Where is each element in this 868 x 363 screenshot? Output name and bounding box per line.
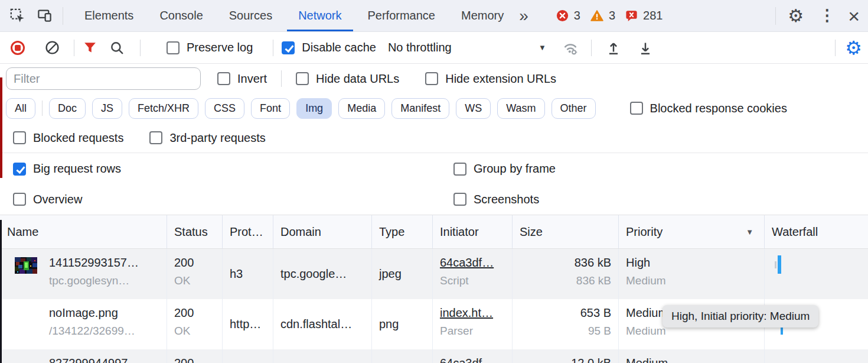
tab-network[interactable]: Network <box>285 0 354 31</box>
issues-icon <box>625 9 638 22</box>
chip-js[interactable]: JS <box>92 98 122 119</box>
column-header-priority[interactable]: Priority ▼ <box>619 215 765 248</box>
chip-manifest[interactable]: Manifest <box>391 98 449 119</box>
initiator-link[interactable]: 64ca3df… <box>440 255 506 270</box>
hide-data-urls-checkbox[interactable] <box>296 72 309 85</box>
transfer-size: 12.0 kB <box>520 356 611 363</box>
tab-label: Sources <box>229 9 272 22</box>
invert-label[interactable]: Invert <box>237 72 267 86</box>
cell-name[interactable]: noImage.png /134122/32699… <box>0 299 167 349</box>
close-icon[interactable]: × <box>848 6 860 26</box>
initiator-kind: Parser <box>440 324 506 338</box>
export-har-button[interactable] <box>638 40 653 56</box>
column-header-waterfall[interactable]: Waterfall <box>765 215 868 248</box>
request-name: 827299944997… <box>49 356 139 363</box>
group-by-frame-label[interactable]: Group by frame <box>474 162 556 176</box>
preserve-log-checkbox[interactable] <box>167 41 180 54</box>
chip-css[interactable]: CSS <box>205 98 244 119</box>
chip-fetch-xhr[interactable]: Fetch/XHR <box>129 98 198 119</box>
settings-gear-icon[interactable]: ⚙ <box>788 7 804 25</box>
column-header-name[interactable]: Name <box>0 215 167 248</box>
clear-network-log-button[interactable] <box>45 40 60 55</box>
hide-extension-urls-label[interactable]: Hide extension URLs <box>445 72 556 86</box>
network-conditions-button[interactable] <box>562 40 579 56</box>
column-label: Initiator <box>440 225 479 239</box>
record-network-log-button[interactable] <box>11 41 25 55</box>
device-toolbar-icon <box>37 8 53 24</box>
tab-sources[interactable]: Sources <box>216 0 285 31</box>
chip-font[interactable]: Font <box>251 98 290 119</box>
screenshots-label[interactable]: Screenshots <box>474 193 539 206</box>
tab-console[interactable]: Console <box>146 0 216 31</box>
resource-size: 836 kB <box>520 274 611 288</box>
kebab-menu-icon[interactable]: ⋮ <box>819 8 835 24</box>
overview-checkbox[interactable] <box>13 193 26 206</box>
cell-status: 200 OK <box>167 249 223 299</box>
left-edge-dark-strip <box>0 220 2 363</box>
toolbar-divider <box>273 40 273 56</box>
issues-badge[interactable]: 281 <box>625 9 663 22</box>
cell-size: 12.0 kB <box>513 349 619 363</box>
column-header-protocol[interactable]: Prot… <box>223 215 273 248</box>
chip-other[interactable]: Other <box>552 98 596 119</box>
filter-input[interactable] <box>6 67 201 90</box>
chip-doc[interactable]: Doc <box>49 98 86 119</box>
group-by-frame-checkbox[interactable] <box>453 163 466 176</box>
more-tabs-icon[interactable]: » <box>519 8 528 24</box>
hide-extension-urls-checkbox[interactable] <box>425 72 438 85</box>
network-settings-gear-icon[interactable]: ⚙ <box>845 38 862 57</box>
third-party-requests-label[interactable]: 3rd-party requests <box>169 131 265 145</box>
column-header-domain[interactable]: Domain <box>273 215 372 248</box>
third-party-requests-checkbox[interactable] <box>149 131 162 144</box>
invert-checkbox[interactable] <box>217 72 230 85</box>
network-table-header: Name Status Prot… Domain Type Initiator … <box>0 215 868 249</box>
big-request-rows-label[interactable]: Big request rows <box>33 162 121 176</box>
chip-ws[interactable]: WS <box>456 98 491 119</box>
chips-divider <box>42 101 43 116</box>
transfer-size: 653 B <box>520 306 611 320</box>
search-button[interactable] <box>109 40 125 56</box>
column-header-status[interactable]: Status <box>167 215 223 248</box>
screenshots-checkbox[interactable] <box>453 193 466 206</box>
status-badges: 3 3 281 <box>546 9 663 22</box>
inspect-element-button[interactable] <box>7 6 27 26</box>
filter-button[interactable] <box>83 40 97 55</box>
tab-memory[interactable]: Memory <box>448 0 517 31</box>
table-row[interactable]: 141152993157… tpc.googlesyn… 200 OK h3 t… <box>0 249 868 299</box>
waterfall-download-tick <box>781 326 783 335</box>
warning-badge[interactable]: 3 <box>590 9 615 22</box>
tab-elements[interactable]: Elements <box>71 0 146 31</box>
big-request-rows-checkbox[interactable] <box>13 163 26 176</box>
blocked-response-cookies-label[interactable]: Blocked response cookies <box>650 102 787 115</box>
chip-img[interactable]: Img <box>296 98 332 119</box>
cell-name[interactable]: 141152993157… tpc.googlesyn… <box>0 249 167 299</box>
status-text: OK <box>174 324 216 338</box>
cell-type <box>372 349 433 363</box>
column-header-initiator[interactable]: Initiator <box>433 215 513 248</box>
blocked-requests-label[interactable]: Blocked requests <box>33 131 123 145</box>
tab-performance[interactable]: Performance <box>355 0 449 31</box>
import-har-button[interactable] <box>606 40 621 56</box>
filter-row: Invert Hide data URLs Hide extension URL… <box>0 64 868 93</box>
chip-all[interactable]: All <box>6 98 35 119</box>
chip-media[interactable]: Media <box>338 98 385 119</box>
toggle-device-toolbar-button[interactable] <box>34 6 54 26</box>
disable-cache-checkbox[interactable] <box>282 41 295 54</box>
column-header-size[interactable]: Size <box>513 215 619 248</box>
table-row[interactable]: 827299944997… 200 64ca3df… 12.0 kB Mediu… <box>0 349 868 363</box>
preserve-log-label[interactable]: Preserve log <box>187 41 253 54</box>
initiator-link[interactable]: index.ht… <box>440 306 506 320</box>
cell-name[interactable]: 827299944997… <box>0 349 167 363</box>
filter-funnel-icon <box>83 40 97 55</box>
cell-priority: Medium <box>619 349 765 363</box>
initiator-link[interactable]: 64ca3df… <box>440 356 506 363</box>
blocked-requests-checkbox[interactable] <box>13 131 26 144</box>
throttling-dropdown[interactable]: No throttling ▼ <box>388 41 546 54</box>
chip-wasm[interactable]: Wasm <box>497 98 544 119</box>
overview-label[interactable]: Overview <box>33 193 82 206</box>
disable-cache-label[interactable]: Disable cache <box>302 41 376 54</box>
hide-data-urls-label[interactable]: Hide data URLs <box>316 72 399 86</box>
column-header-type[interactable]: Type <box>372 215 433 248</box>
blocked-response-cookies-checkbox[interactable] <box>630 102 643 115</box>
error-badge[interactable]: 3 <box>556 9 580 22</box>
